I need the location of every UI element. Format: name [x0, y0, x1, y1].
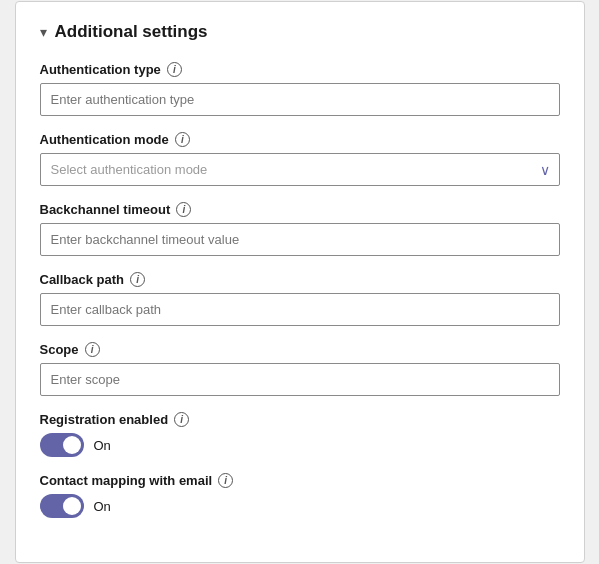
contact-mapping-info-icon[interactable]: i — [218, 473, 233, 488]
auth-type-field: Authentication type i — [40, 62, 560, 116]
auth-mode-select[interactable]: Select authentication mode — [40, 153, 560, 186]
registration-enabled-field: Registration enabled i On — [40, 412, 560, 457]
section-title: Additional settings — [55, 22, 208, 42]
registration-toggle-label: On — [94, 438, 111, 453]
auth-mode-select-wrapper: Select authentication mode ∨ — [40, 153, 560, 186]
auth-type-label: Authentication type i — [40, 62, 560, 77]
backchannel-timeout-info-icon[interactable]: i — [176, 202, 191, 217]
backchannel-timeout-field: Backchannel timeout i — [40, 202, 560, 256]
backchannel-timeout-input[interactable] — [40, 223, 560, 256]
scope-label: Scope i — [40, 342, 560, 357]
auth-mode-label: Authentication mode i — [40, 132, 560, 147]
backchannel-timeout-label: Backchannel timeout i — [40, 202, 560, 217]
collapse-chevron-icon[interactable]: ▾ — [40, 24, 47, 40]
registration-enabled-info-icon[interactable]: i — [174, 412, 189, 427]
registration-toggle[interactable] — [40, 433, 84, 457]
callback-path-input[interactable] — [40, 293, 560, 326]
contact-mapping-toggle-slider — [40, 494, 84, 518]
registration-toggle-row: On — [40, 433, 560, 457]
callback-path-info-icon[interactable]: i — [130, 272, 145, 287]
contact-mapping-toggle-row: On — [40, 494, 560, 518]
contact-mapping-label: Contact mapping with email i — [40, 473, 560, 488]
registration-enabled-label: Registration enabled i — [40, 412, 560, 427]
additional-settings-card: ▾ Additional settings Authentication typ… — [15, 1, 585, 563]
contact-mapping-field: Contact mapping with email i On — [40, 473, 560, 518]
auth-mode-info-icon[interactable]: i — [175, 132, 190, 147]
auth-mode-field: Authentication mode i Select authenticat… — [40, 132, 560, 186]
scope-input[interactable] — [40, 363, 560, 396]
contact-mapping-toggle-label: On — [94, 499, 111, 514]
registration-toggle-slider — [40, 433, 84, 457]
contact-mapping-toggle[interactable] — [40, 494, 84, 518]
scope-field: Scope i — [40, 342, 560, 396]
auth-type-info-icon[interactable]: i — [167, 62, 182, 77]
callback-path-field: Callback path i — [40, 272, 560, 326]
section-header: ▾ Additional settings — [40, 22, 560, 42]
scope-info-icon[interactable]: i — [85, 342, 100, 357]
callback-path-label: Callback path i — [40, 272, 560, 287]
auth-type-input[interactable] — [40, 83, 560, 116]
